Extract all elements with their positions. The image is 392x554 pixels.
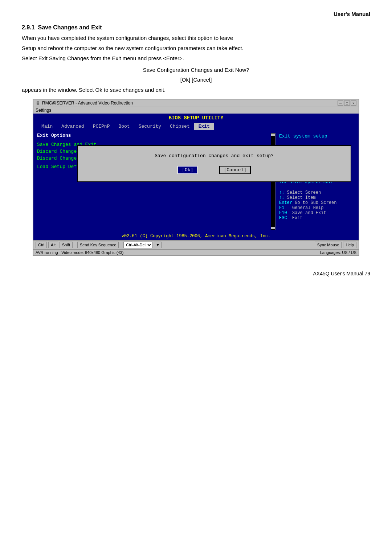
bios-window-icon: 🖥: [36, 100, 40, 106]
right-bottom-keys: ↑↓ Select Screen ↑↓ Select Item Enter Go…: [279, 190, 355, 221]
bios-body: Exit Options Save Changes and Exit Disca…: [33, 131, 359, 232]
centered-line-1: Save Configuration Changes and Exit Now?: [22, 65, 370, 75]
nav-advanced[interactable]: Advanced: [57, 123, 88, 130]
nav-exit[interactable]: Exit: [194, 123, 214, 130]
body-paragraph-3: Select Exit Saving Changes from the Exit…: [22, 54, 370, 63]
nav-boot[interactable]: Boot: [114, 123, 134, 130]
page-footer: AX45Q User's Manual 79: [22, 271, 370, 276]
minimize-button[interactable]: ─: [338, 100, 343, 106]
bios-toolbar: Ctrl Alt Shift Send Key Sequence Ctrl-Al…: [33, 240, 359, 249]
dropdown-button[interactable]: ▼: [154, 242, 162, 248]
key-line-3: F1 General Help: [279, 205, 355, 210]
sync-mouse-button[interactable]: Sync Mouse: [315, 242, 342, 248]
key-line-5: ESC Exit: [279, 216, 355, 221]
nav-security[interactable]: Security: [134, 123, 166, 130]
dialog-cancel-button[interactable]: [Cancel]: [219, 166, 250, 174]
bios-dialog: Save configuration changes and exit setu…: [77, 145, 351, 182]
bios-left-panel: Exit Options Save Changes and Exit Disca…: [37, 133, 271, 230]
close-button[interactable]: ×: [351, 100, 356, 106]
key-line-4: F10 Save and Exit: [279, 210, 355, 216]
toolbar-separator-2: [121, 242, 121, 248]
bios-window-title: RMC@SERVER - Advanced Video Redirection: [42, 100, 133, 106]
appears-text: appears in the window. Select Ok to save…: [22, 87, 370, 93]
toolbar-separator-1: [75, 242, 75, 248]
settings-menu[interactable]: Settings: [36, 108, 51, 113]
nav-chipset[interactable]: Chipset: [166, 123, 194, 130]
key-sequence-select[interactable]: Ctrl-Alt-Del: [123, 242, 152, 248]
body-paragraph-1: When you have completed the system confi…: [22, 34, 370, 42]
bios-header: BIOS SETUP UTILITY: [33, 114, 359, 122]
section-title: 2.9.1 Save Changes and Exit: [22, 24, 370, 31]
key-line-0: ↑↓ Select Screen: [279, 190, 355, 195]
body-paragraph-2: Setup and reboot the computer so the new…: [22, 44, 370, 53]
right-text-0: Exit system setup: [279, 133, 355, 140]
shift-button[interactable]: Shift: [60, 242, 73, 248]
key-line-1: ↑↓ Select Item: [279, 195, 355, 200]
bios-titlebar-buttons: ─ □ ×: [338, 100, 356, 106]
centered-line-2: [Ok] [Cancel]: [22, 75, 370, 85]
ctrl-button[interactable]: Ctrl: [36, 242, 47, 248]
nav-main[interactable]: Main: [37, 123, 57, 130]
send-key-sequence-button[interactable]: Send Key Sequence: [77, 242, 119, 248]
bios-section-header: Exit Options: [37, 133, 271, 138]
statusbar-right: Languages: US / US: [320, 250, 356, 255]
key-line-2: Enter Go to Sub Screen: [279, 200, 355, 205]
help-button[interactable]: Help: [343, 242, 356, 248]
bios-titlebar: 🖥 RMC@SERVER - Advanced Video Redirectio…: [33, 99, 359, 107]
bios-nav: Main Advanced PCIPnP Boot Security Chips…: [33, 122, 359, 131]
maximize-button[interactable]: □: [344, 100, 350, 106]
bios-titlebar-left: 🖥 RMC@SERVER - Advanced Video Redirectio…: [36, 100, 133, 106]
bios-statusbar: AVR running - Video mode: 640x480 Graphi…: [33, 249, 359, 255]
alt-button[interactable]: Alt: [48, 242, 58, 248]
statusbar-left: AVR running - Video mode: 640x480 Graphi…: [36, 250, 123, 255]
bios-window: 🖥 RMC@SERVER - Advanced Video Redirectio…: [33, 99, 359, 256]
bios-menubar[interactable]: Settings: [33, 107, 359, 114]
bios-content: BIOS SETUP UTILITY Main Advanced PCIPnP …: [33, 114, 359, 240]
bios-footer: v02.61 (C) Copyright 1985-2006, American…: [33, 232, 359, 240]
bios-dialog-buttons: [Ok] [Cancel]: [85, 166, 343, 174]
nav-pciPnP[interactable]: PCIPnP: [89, 123, 114, 130]
dialog-ok-button[interactable]: [Ok]: [177, 166, 197, 174]
bios-dialog-text: Save configuration changes and exit setu…: [85, 153, 343, 159]
centered-block: Save Configuration Changes and Exit Now?…: [22, 65, 370, 85]
header-right: User's Manual: [22, 11, 370, 17]
